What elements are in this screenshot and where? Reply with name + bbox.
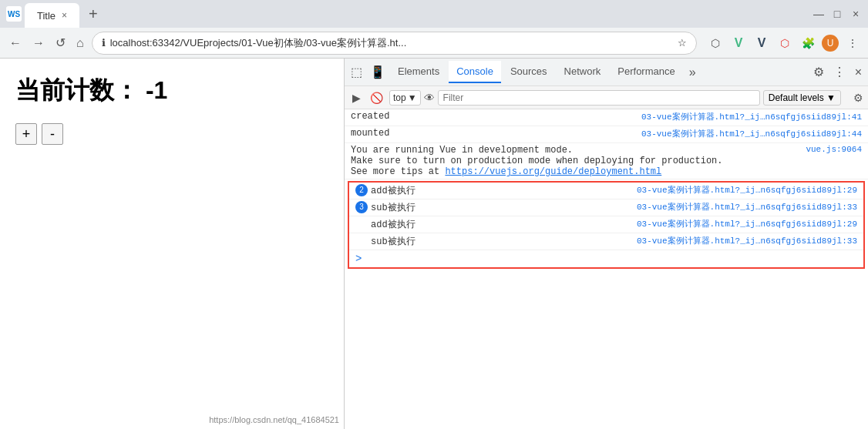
- console-msg-sub-1: sub被执行: [371, 201, 631, 214]
- context-label: top: [393, 92, 406, 103]
- badge-2: 2: [355, 184, 368, 196]
- forward-button[interactable]: →: [29, 33, 48, 53]
- url-lock-icon: ℹ: [102, 37, 106, 49]
- decrement-button[interactable]: -: [42, 123, 63, 145]
- webstorm-icon: WS: [6, 6, 22, 22]
- console-block-button[interactable]: 🚫: [367, 90, 386, 106]
- console-source-add-1[interactable]: 03-vue案例计算器.html?_ij…n6sqfgj6siid89jl:29: [637, 184, 857, 196]
- vue-icon-dark[interactable]: V: [752, 34, 771, 52]
- devtools-close-button[interactable]: ×: [852, 62, 865, 82]
- title-bar: WS Title × + — □ ×: [0, 0, 868, 28]
- browser-toolbar: ⬡ V V ⬡ 🧩 U ⋮: [706, 34, 862, 52]
- highlighted-console-section: 2 add被执行 03-vue案例计算器.html?_ij…n6sqfgj6si…: [348, 181, 865, 269]
- avatar-icon[interactable]: U: [822, 35, 839, 52]
- devtools-tab-bar: ⬚ 📱 Elements Console Sources Network Per…: [345, 59, 868, 86]
- console-row-add-1: 2 add被执行 03-vue案例计算器.html?_ij…n6sqfgj6si…: [349, 183, 863, 199]
- console-msg-add-2: add被执行: [355, 218, 631, 231]
- browser-tab[interactable]: Title ×: [25, 3, 79, 28]
- badge-3: 3: [355, 201, 368, 213]
- tab-elements[interactable]: Elements: [390, 61, 447, 83]
- console-toolbar: ▶ 🚫 top ▼ 👁 Default levels ▼ ⚙: [345, 86, 868, 109]
- increment-button[interactable]: +: [15, 123, 37, 145]
- reload-button[interactable]: ↺: [52, 32, 69, 53]
- counter-label: 当前计数：: [15, 76, 139, 104]
- counter-value: -1: [146, 76, 167, 104]
- tab-title: Title: [37, 10, 56, 22]
- console-row-add-2: add被执行 03-vue案例计算器.html?_ij…n6sqfgj6siid…: [349, 216, 863, 233]
- context-selector[interactable]: top ▼: [389, 90, 421, 106]
- default-levels-button[interactable]: Default levels ▼: [763, 90, 841, 106]
- eye-icon[interactable]: 👁: [424, 92, 435, 104]
- browser-menu-button[interactable]: ⋮: [843, 34, 862, 52]
- tab-close-button[interactable]: ×: [62, 10, 67, 21]
- browser-window: WS Title × + — □ × ← → ↺ ⌂ ℹ localhost:6…: [0, 0, 868, 429]
- extension-icon-red[interactable]: ⬡: [775, 34, 794, 52]
- page-content: 当前计数： -1 + - https://blog.csdn.net/qq_41…: [0, 59, 344, 429]
- url-text: localhost:63342/VUEprojects/01-Vue初体验/03…: [110, 36, 673, 50]
- console-prompt-row[interactable]: >: [349, 250, 863, 267]
- context-dropdown-icon: ▼: [408, 92, 417, 103]
- console-msg-vue-warn: You are running Vue in development mode.…: [351, 145, 799, 177]
- console-msg-created: created: [351, 111, 635, 122]
- counter-buttons: + -: [15, 123, 328, 145]
- console-source-vue[interactable]: vue.js:9064: [806, 145, 862, 154]
- vue-icon-green[interactable]: V: [729, 34, 748, 52]
- console-source-mounted[interactable]: 03-vue案例计算器.html?_ij…n6sqfgj6siid89jl:44: [641, 128, 862, 139]
- console-output: created 03-vue案例计算器.html?_ij…n6sqfgj6sii…: [345, 109, 868, 429]
- extension-icon-puzzle[interactable]: 🧩: [799, 34, 817, 52]
- console-source-sub-1[interactable]: 03-vue案例计算器.html?_ij…n6sqfgj6siid89jl:33: [637, 201, 857, 213]
- screenshot-icon[interactable]: ⬡: [706, 34, 725, 52]
- bookmark-icon[interactable]: ☆: [678, 37, 687, 49]
- devtools-vertical-dots[interactable]: ⋮: [830, 62, 849, 82]
- window-controls: — □ ×: [812, 8, 862, 20]
- counter-display: 当前计数： -1: [15, 74, 328, 108]
- address-bar: ← → ↺ ⌂ ℹ localhost:63342/VUEprojects/01…: [0, 28, 868, 59]
- devtools-select-icon[interactable]: ⬚: [348, 62, 365, 82]
- new-tab-button[interactable]: +: [82, 4, 104, 25]
- vue-guide-link[interactable]: https://vuejs.org/guide/deployment.html: [445, 166, 661, 177]
- console-source-sub-2[interactable]: 03-vue案例计算器.html?_ij…n6sqfgj6siid89jl:33: [637, 235, 857, 246]
- console-source-created[interactable]: 03-vue案例计算器.html?_ij…n6sqfgj6siid89jl:41: [641, 111, 862, 122]
- console-msg-mounted: mounted: [351, 128, 635, 139]
- tab-network[interactable]: Network: [557, 61, 609, 83]
- console-msg-sub-2: sub被执行: [355, 235, 631, 248]
- console-row-sub-1: 3 sub被执行 03-vue案例计算器.html?_ij…n6sqfgj6si…: [349, 199, 863, 216]
- tab-performance[interactable]: Performance: [610, 61, 682, 83]
- console-play-button[interactable]: ▶: [349, 90, 364, 106]
- console-row-vue-warn: You are running Vue in development mode.…: [345, 143, 868, 179]
- devtools-device-icon[interactable]: 📱: [367, 62, 389, 82]
- console-source-add-2[interactable]: 03-vue案例计算器.html?_ij…n6sqfgj6siid89jl:29: [637, 218, 857, 230]
- devtools-more-tabs[interactable]: »: [685, 62, 701, 82]
- devtools-panel: ⬚ 📱 Elements Console Sources Network Per…: [344, 59, 868, 429]
- console-row-mounted: mounted 03-vue案例计算器.html?_ij…n6sqfgj6sii…: [345, 126, 868, 143]
- url-bar[interactable]: ℹ localhost:63342/VUEprojects/01-Vue初体验/…: [92, 32, 697, 55]
- maximize-button[interactable]: □: [831, 8, 843, 20]
- page-bottom-url: https://blog.csdn.net/qq_41684521: [209, 415, 339, 424]
- tab-sources[interactable]: Sources: [503, 61, 555, 83]
- back-button[interactable]: ←: [6, 33, 25, 53]
- console-filter-input[interactable]: [438, 90, 760, 106]
- console-row-created: created 03-vue案例计算器.html?_ij…n6sqfgj6sii…: [345, 109, 868, 126]
- console-row-sub-2: sub被执行 03-vue案例计算器.html?_ij…n6sqfgj6siid…: [349, 233, 863, 250]
- devtools-settings-bar: ⚙ ⋮ ×: [810, 62, 865, 82]
- minimize-button[interactable]: —: [812, 8, 825, 20]
- home-button[interactable]: ⌂: [73, 33, 87, 53]
- tab-console[interactable]: Console: [449, 61, 501, 83]
- devtools-settings-button[interactable]: ⚙: [810, 62, 827, 82]
- main-area: 当前计数： -1 + - https://blog.csdn.net/qq_41…: [0, 59, 868, 429]
- console-msg-add-1: add被执行: [371, 184, 631, 197]
- title-bar-left: WS Title × +: [6, 0, 104, 28]
- console-settings-icon[interactable]: ⚙: [853, 92, 863, 104]
- close-button[interactable]: ×: [849, 8, 862, 20]
- prompt-chevron-icon: >: [355, 253, 362, 265]
